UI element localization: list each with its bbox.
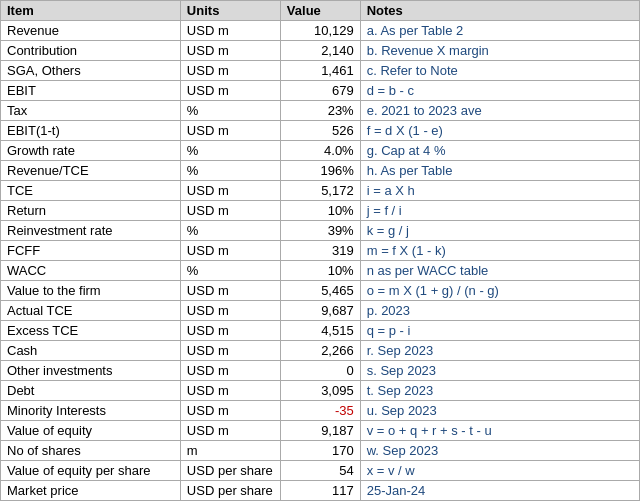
- cell-units: %: [180, 221, 280, 241]
- cell-units: USD m: [180, 201, 280, 221]
- cell-value: 0: [280, 361, 360, 381]
- cell-value: 5,465: [280, 281, 360, 301]
- cell-notes: w. Sep 2023: [360, 441, 639, 461]
- financial-table: Item Units Value Notes RevenueUSD m10,12…: [0, 0, 640, 501]
- cell-value: -35: [280, 401, 360, 421]
- cell-item: Market price: [1, 481, 181, 501]
- table-row: TCEUSD m5,172i = a X h: [1, 181, 640, 201]
- cell-value: 1,461: [280, 61, 360, 81]
- cell-item: EBIT: [1, 81, 181, 101]
- cell-units: USD m: [180, 301, 280, 321]
- cell-item: Growth rate: [1, 141, 181, 161]
- table-row: SGA, OthersUSD m1,461c. Refer to Note: [1, 61, 640, 81]
- cell-notes: h. As per Table: [360, 161, 639, 181]
- table-row: CashUSD m2,266r. Sep 2023: [1, 341, 640, 361]
- cell-value: 170: [280, 441, 360, 461]
- table-row: Minority InterestsUSD m-35u. Sep 2023: [1, 401, 640, 421]
- cell-item: Reinvestment rate: [1, 221, 181, 241]
- cell-value: 117: [280, 481, 360, 501]
- cell-notes: t. Sep 2023: [360, 381, 639, 401]
- cell-notes: d = b - c: [360, 81, 639, 101]
- cell-value: 5,172: [280, 181, 360, 201]
- cell-value: 2,266: [280, 341, 360, 361]
- cell-units: USD m: [180, 61, 280, 81]
- cell-item: Tax: [1, 101, 181, 121]
- table-row: DebtUSD m3,095t. Sep 2023: [1, 381, 640, 401]
- cell-notes: o = m X (1 + g) / (n - g): [360, 281, 639, 301]
- table-row: Revenue/TCE%196%h. As per Table: [1, 161, 640, 181]
- cell-units: USD m: [180, 321, 280, 341]
- cell-value: 2,140: [280, 41, 360, 61]
- table-row: WACC%10%n as per WACC table: [1, 261, 640, 281]
- cell-notes: j = f / i: [360, 201, 639, 221]
- cell-units: USD m: [180, 121, 280, 141]
- cell-value: 9,687: [280, 301, 360, 321]
- cell-units: USD m: [180, 381, 280, 401]
- cell-item: Actual TCE: [1, 301, 181, 321]
- header-notes: Notes: [360, 1, 639, 21]
- cell-units: USD m: [180, 281, 280, 301]
- cell-item: TCE: [1, 181, 181, 201]
- cell-item: Cash: [1, 341, 181, 361]
- cell-value: 3,095: [280, 381, 360, 401]
- cell-units: USD m: [180, 181, 280, 201]
- table-row: EBIT(1-t)USD m526f = d X (1 - e): [1, 121, 640, 141]
- cell-notes: u. Sep 2023: [360, 401, 639, 421]
- cell-value: 526: [280, 121, 360, 141]
- cell-value: 4,515: [280, 321, 360, 341]
- cell-units: %: [180, 161, 280, 181]
- cell-value: 23%: [280, 101, 360, 121]
- cell-item: FCFF: [1, 241, 181, 261]
- cell-item: Contribution: [1, 41, 181, 61]
- cell-notes: s. Sep 2023: [360, 361, 639, 381]
- cell-notes: a. As per Table 2: [360, 21, 639, 41]
- cell-value: 10%: [280, 261, 360, 281]
- cell-item: Revenue: [1, 21, 181, 41]
- cell-item: Return: [1, 201, 181, 221]
- table-row: Tax%23%e. 2021 to 2023 ave: [1, 101, 640, 121]
- table-row: Growth rate%4.0%g. Cap at 4 %: [1, 141, 640, 161]
- cell-units: %: [180, 141, 280, 161]
- cell-item: Value of equity: [1, 421, 181, 441]
- cell-units: USD per share: [180, 461, 280, 481]
- header-units: Units: [180, 1, 280, 21]
- table-row: Value of equityUSD m9,187v = o + q + r +…: [1, 421, 640, 441]
- cell-notes: f = d X (1 - e): [360, 121, 639, 141]
- cell-value: 10%: [280, 201, 360, 221]
- cell-units: %: [180, 261, 280, 281]
- cell-notes: g. Cap at 4 %: [360, 141, 639, 161]
- table-row: ContributionUSD m2,140b. Revenue X margi…: [1, 41, 640, 61]
- cell-item: Other investments: [1, 361, 181, 381]
- table-row: No of sharesm170w. Sep 2023: [1, 441, 640, 461]
- cell-value: 54: [280, 461, 360, 481]
- cell-item: Excess TCE: [1, 321, 181, 341]
- cell-units: USD m: [180, 81, 280, 101]
- cell-item: Minority Interests: [1, 401, 181, 421]
- cell-value: 4.0%: [280, 141, 360, 161]
- cell-item: Debt: [1, 381, 181, 401]
- cell-item: Value of equity per share: [1, 461, 181, 481]
- cell-item: WACC: [1, 261, 181, 281]
- cell-notes: 25-Jan-24: [360, 481, 639, 501]
- cell-units: USD m: [180, 341, 280, 361]
- table-row: Value to the firmUSD m5,465o = m X (1 + …: [1, 281, 640, 301]
- table-row: Reinvestment rate%39%k = g / j: [1, 221, 640, 241]
- cell-notes: k = g / j: [360, 221, 639, 241]
- cell-item: No of shares: [1, 441, 181, 461]
- cell-units: %: [180, 101, 280, 121]
- table-row: ReturnUSD m10%j = f / i: [1, 201, 640, 221]
- cell-notes: q = p - i: [360, 321, 639, 341]
- cell-item: EBIT(1-t): [1, 121, 181, 141]
- cell-notes: p. 2023: [360, 301, 639, 321]
- cell-notes: c. Refer to Note: [360, 61, 639, 81]
- cell-units: USD m: [180, 421, 280, 441]
- cell-value: 10,129: [280, 21, 360, 41]
- cell-value: 39%: [280, 221, 360, 241]
- header-value: Value: [280, 1, 360, 21]
- cell-value: 319: [280, 241, 360, 261]
- cell-units: USD m: [180, 241, 280, 261]
- table-row: RevenueUSD m10,129a. As per Table 2: [1, 21, 640, 41]
- cell-value: 9,187: [280, 421, 360, 441]
- table-row: Actual TCEUSD m9,687p. 2023: [1, 301, 640, 321]
- cell-units: USD m: [180, 41, 280, 61]
